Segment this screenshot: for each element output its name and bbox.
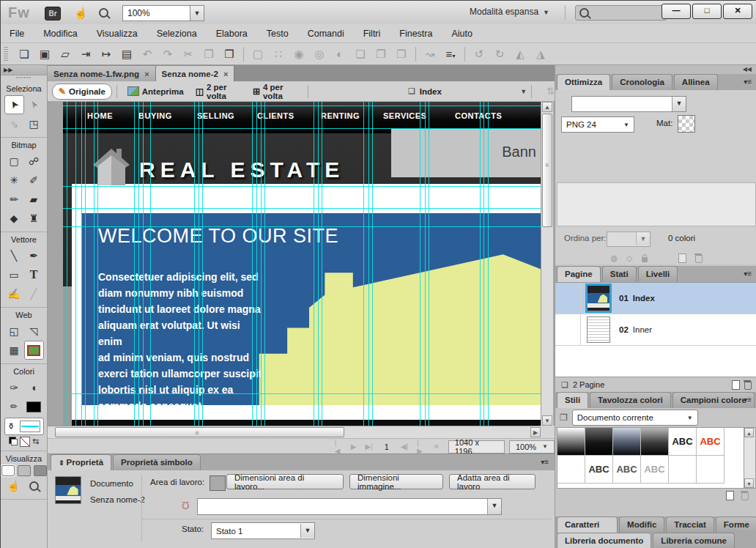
show-slices-toggle[interactable] [24, 341, 44, 360]
hand-icon[interactable]: ☝ [74, 7, 88, 20]
delete-page-icon[interactable] [744, 382, 752, 390]
delete-color-icon[interactable] [695, 255, 703, 263]
import-icon[interactable]: ⇥ [75, 46, 96, 62]
transparency-icon[interactable]: ◇ [626, 253, 632, 263]
nav-item-renting[interactable]: RENTING [321, 111, 360, 120]
menu-comandi[interactable]: Comandi [308, 29, 344, 39]
menu-file[interactable]: File [10, 29, 24, 39]
button-image-size[interactable]: Dimensioni immagine... [349, 474, 443, 489]
close-icon[interactable]: × [144, 70, 149, 78]
guide-vertical[interactable] [75, 102, 76, 426]
zoom-icon[interactable] [99, 8, 108, 18]
zoom-level-control[interactable]: 100% ▼ [509, 440, 555, 453]
style-swatch[interactable] [557, 428, 585, 456]
minimize-button[interactable]: — [662, 4, 691, 19]
tab-allinea[interactable]: Allinea [674, 74, 718, 90]
guide-vertical[interactable] [150, 102, 151, 426]
new-page-icon[interactable] [732, 380, 740, 390]
panel-menu-icon[interactable]: ▾≡ [541, 458, 549, 466]
tab-campioni-colore[interactable]: Campioni colore [672, 392, 755, 408]
style-swatch[interactable] [669, 456, 697, 484]
style-swatch[interactable] [585, 428, 613, 456]
page-row[interactable]: 01Index [555, 283, 756, 314]
previous-frame-button[interactable]: ◀| [401, 443, 408, 451]
knife-tool[interactable]: ╱ [24, 284, 44, 303]
tab-libreria-documento[interactable]: Libreria documento [557, 533, 651, 548]
guide-horizontal[interactable] [63, 105, 541, 106]
guide-horizontal[interactable] [63, 393, 541, 394]
style-swatch[interactable]: ABC [613, 456, 641, 484]
guide-horizontal[interactable] [63, 226, 541, 227]
new-document-icon[interactable]: ❏ [14, 46, 34, 62]
toolbar-grip[interactable] [4, 47, 8, 62]
pointer-tool[interactable]: ➤ [4, 95, 24, 114]
tab-ottimizza[interactable]: Ottimizza [557, 74, 610, 90]
scroll-down-icon[interactable]: ▼ [744, 478, 754, 488]
document-tab[interactable]: Senza nome-2× [156, 66, 235, 81]
guide-vertical[interactable] [143, 102, 144, 426]
crop-tool[interactable]: ◳ [24, 114, 44, 133]
style-swatch[interactable] [557, 456, 585, 484]
panel-menu-icon[interactable]: ▾≡ [744, 270, 752, 278]
maximize-button[interactable]: □ [692, 4, 722, 19]
menu-seleziona[interactable]: Seleziona [157, 29, 197, 39]
tab-pagine[interactable]: Pagine [557, 266, 601, 282]
full-screen-with-menus-mode[interactable] [18, 465, 31, 476]
add-color-icon[interactable] [678, 253, 686, 263]
guide-vertical[interactable] [314, 102, 314, 426]
lock-color-icon[interactable] [642, 257, 648, 262]
rubber-stamp-tool[interactable]: ♜ [24, 209, 44, 228]
default-colors-icon[interactable] [9, 437, 18, 445]
zoom-tool[interactable] [26, 478, 43, 493]
guide-vertical[interactable] [425, 102, 426, 426]
tab-cronologia[interactable]: Cronologia [612, 74, 672, 90]
guide-vertical[interactable] [368, 102, 369, 426]
style-swatch[interactable]: ABC [697, 428, 724, 456]
tab-stili[interactable]: Stili [557, 392, 588, 408]
marquee-tool[interactable]: ▢ [4, 152, 24, 171]
scale-tool[interactable]: ⇘ [4, 114, 24, 133]
guide-vertical[interactable] [429, 102, 429, 426]
standard-screen-mode[interactable] [1, 465, 15, 476]
page-row[interactable]: 02Inner [555, 314, 756, 346]
guide-vertical[interactable] [363, 102, 364, 426]
polygon-hotspot-tool[interactable]: ◹ [24, 322, 44, 341]
guide-vertical[interactable] [252, 102, 253, 426]
nav-item-clients[interactable]: CLIENTS [257, 111, 294, 120]
style-swatch[interactable]: ABC [669, 428, 697, 456]
horizontal-scrollbar[interactable]: ▶ [48, 426, 541, 438]
text-tool[interactable]: T [24, 265, 44, 284]
guide-vertical[interactable] [264, 102, 265, 426]
blur-tool[interactable]: ◆ [4, 209, 24, 228]
vertical-scrollbar[interactable]: ▲ ▼ [541, 102, 553, 426]
tab-proprietà-simbolo[interactable]: Proprietà simbolo [113, 454, 201, 470]
guide-vertical[interactable] [138, 102, 139, 426]
full-screen-mode[interactable] [34, 465, 47, 476]
tab-stati[interactable]: Stati [602, 266, 637, 282]
canvas-color-swatch[interactable] [210, 475, 226, 491]
preview-view-button[interactable]: Anteprima [122, 84, 190, 99]
horizontal-scroll-thumb[interactable] [55, 427, 344, 437]
mat-color-swatch[interactable] [678, 115, 695, 133]
style-swatch[interactable] [613, 428, 641, 456]
document-canvas[interactable]: HOMEBUYINGSELLINGCLIENTSRENTINGSERVICESC… [63, 102, 541, 426]
scroll-right-icon[interactable]: ▶ [530, 427, 541, 437]
print-icon[interactable]: ▤ [116, 46, 137, 62]
menu-elabora[interactable]: Elabora [216, 29, 248, 39]
line-tool[interactable]: ╲ [4, 246, 24, 265]
guide-vertical[interactable] [134, 102, 135, 426]
collapse-panel-icon[interactable]: ▶▶ [1, 65, 47, 75]
paint-bucket-tool[interactable]: ◖ [24, 378, 44, 397]
menu-finestra[interactable]: Finestra [399, 29, 432, 39]
guide-vertical[interactable] [322, 102, 322, 426]
two-up-view-button[interactable]: ◫ 2 per volta [190, 84, 247, 99]
menu-modifica[interactable]: Modifica [43, 29, 78, 39]
subselection-tool[interactable]: ➢ [24, 95, 44, 114]
zoom-level-dropdown[interactable]: 100% ▼ [122, 5, 204, 21]
nav-item-home[interactable]: HOME [87, 111, 113, 120]
nav-item-contacts[interactable]: CONTACTS [455, 111, 502, 120]
hand-tool[interactable]: ☝ [5, 478, 23, 493]
scroll-up-icon[interactable]: ▲ [542, 102, 552, 112]
slice-tool[interactable]: ▦ [4, 341, 24, 360]
guide-vertical[interactable] [318, 102, 319, 426]
